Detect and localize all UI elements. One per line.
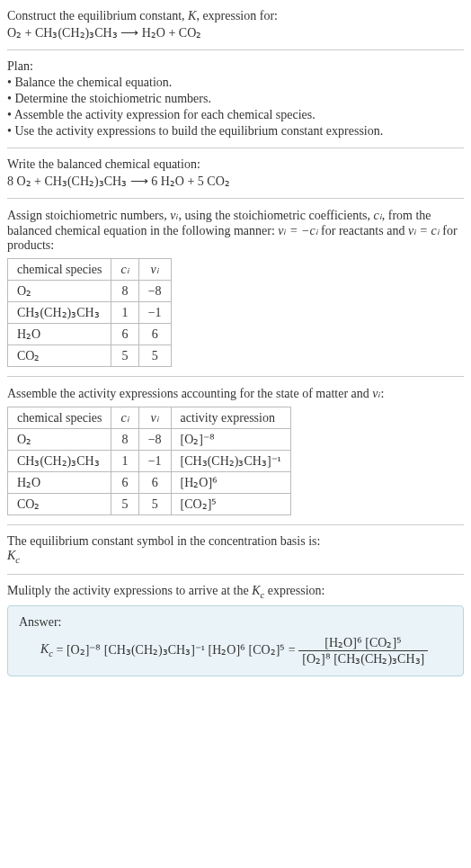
table-header: cᵢ	[111, 407, 138, 429]
table-cell: 8	[111, 429, 138, 451]
table-cell: CO₂	[8, 345, 111, 367]
answer-numerator: [H₂O]⁶ [CO₂]⁵	[298, 635, 428, 651]
answer-denominator: [O₂]⁸ [CH₃(CH₂)₃CH₃]	[298, 651, 428, 667]
answer-box: Answer: Kc = [O₂]⁻⁸ [CH₃(CH₂)₃CH₃]⁻¹ [H₂…	[7, 605, 464, 676]
stoich-text-part: for reactants and	[318, 224, 408, 237]
balanced-equation: 8 O₂ + CH₃(CH₂)₃CH₃ ⟶ 6 H₂O + 5 CO₂	[7, 174, 464, 189]
table-cell: −8	[138, 429, 171, 451]
table-cell: [H₂O]⁶	[171, 472, 290, 494]
stoich-table: chemical species cᵢ νᵢ O₂ 8 −8 CH₃(CH₂)₃…	[7, 258, 172, 367]
table-cell: CO₂	[8, 494, 111, 515]
table-header: chemical species	[8, 259, 111, 281]
activity-section: Assemble the activity expressions accoun…	[7, 386, 464, 515]
kc-text: Kc	[7, 549, 20, 562]
plan-item: • Use the activity expressions to build …	[7, 124, 464, 139]
divider	[7, 574, 464, 575]
plan-item: • Balance the chemical equation.	[7, 76, 464, 90]
plan-title: Plan:	[7, 59, 464, 74]
symbol-section: The equilibrium constant symbol in the c…	[7, 534, 464, 565]
table-cell: 6	[111, 324, 138, 345]
plan-section: Plan: • Balance the chemical equation. •…	[7, 59, 464, 139]
table-cell: CH₃(CH₂)₃CH₃	[8, 451, 111, 472]
activity-title-part: Assemble the activity expressions accoun…	[7, 387, 372, 400]
table-row: CO₂ 5 5	[8, 345, 172, 367]
table-header: νᵢ	[138, 259, 171, 281]
divider	[7, 49, 464, 50]
table-cell: 6	[138, 324, 171, 345]
table-cell: H₂O	[8, 324, 111, 345]
table-header: νᵢ	[138, 407, 171, 429]
table-cell: 8	[111, 281, 138, 302]
divider	[7, 376, 464, 377]
table-row: CH₃(CH₂)₃CH₃ 1 −1	[8, 302, 172, 324]
prompt-equation: O₂ + CH₃(CH₂)₃CH₃ ⟶ H₂O + CO₂	[7, 25, 464, 40]
multiply-text-part: expression:	[264, 584, 324, 597]
table-header-row: chemical species cᵢ νᵢ activity expressi…	[8, 407, 291, 429]
table-cell: H₂O	[8, 472, 111, 494]
table-cell: −1	[138, 302, 171, 324]
stoich-rel: νᵢ = cᵢ	[408, 224, 440, 237]
answer-lhs: Kc	[40, 642, 53, 656]
table-cell: [O₂]⁻⁸	[171, 429, 290, 451]
answer-eq: = [O₂]⁻⁸ [CH₃(CH₂)₃CH₃]⁻¹ [H₂O]⁶ [CO₂]⁵ …	[57, 642, 299, 656]
table-cell: 5	[111, 345, 138, 367]
table-cell: −8	[138, 281, 171, 302]
multiply-text: Mulitply the activity expressions to arr…	[7, 584, 464, 600]
table-cell: −1	[138, 451, 171, 472]
divider	[7, 148, 464, 148]
plan-item: • Determine the stoichiometric numbers.	[7, 92, 464, 106]
balanced-section: Write the balanced chemical equation: 8 …	[7, 157, 464, 189]
divider	[7, 198, 464, 199]
table-row: CO₂ 5 5 [CO₂]⁵	[8, 494, 291, 515]
kc-symbol: Kc	[7, 549, 464, 565]
table-cell: 5	[138, 494, 171, 515]
balanced-title: Write the balanced chemical equation:	[7, 157, 464, 172]
plan-item: • Assemble the activity expression for e…	[7, 108, 464, 122]
table-row: O₂ 8 −8 [O₂]⁻⁸	[8, 429, 291, 451]
table-header-row: chemical species cᵢ νᵢ	[8, 259, 172, 281]
table-row: H₂O 6 6	[8, 324, 172, 345]
table-cell: 1	[111, 451, 138, 472]
table-row: O₂ 8 −8	[8, 281, 172, 302]
stoich-ci: cᵢ	[374, 209, 382, 222]
table-cell: [CO₂]⁵	[171, 494, 290, 515]
prompt-pre: Construct the equilibrium constant,	[7, 9, 188, 22]
table-row: H₂O 6 6 [H₂O]⁶	[8, 472, 291, 494]
table-cell: [CH₃(CH₂)₃CH₃]⁻¹	[171, 451, 290, 472]
activity-table: chemical species cᵢ νᵢ activity expressi…	[7, 407, 291, 515]
prompt-post: , expression for:	[196, 9, 278, 22]
prompt-section: Construct the equilibrium constant, K, e…	[7, 9, 464, 40]
table-cell: 5	[138, 345, 171, 367]
prompt-K: K	[188, 9, 196, 22]
multiply-kc: Kc	[252, 584, 264, 597]
activity-title-part: :	[381, 387, 385, 400]
table-cell: 6	[138, 472, 171, 494]
stoich-section: Assign stoichiometric numbers, νᵢ, using…	[7, 208, 464, 367]
stoich-text-part: Assign stoichiometric numbers,	[7, 209, 170, 222]
table-cell: O₂	[8, 429, 111, 451]
stoich-text-part: , using the stoichiometric coefficients,	[178, 209, 373, 222]
table-cell: 5	[111, 494, 138, 515]
answer-expression: Kc = [O₂]⁻⁸ [CH₃(CH₂)₃CH₃]⁻¹ [H₂O]⁶ [CO₂…	[19, 635, 452, 667]
table-header: activity expression	[171, 407, 290, 429]
stoich-text: Assign stoichiometric numbers, νᵢ, using…	[7, 208, 464, 253]
activity-title: Assemble the activity expressions accoun…	[7, 386, 464, 401]
answer-fraction: [H₂O]⁶ [CO₂]⁵ [O₂]⁸ [CH₃(CH₂)₃CH₃]	[298, 635, 428, 667]
multiply-section: Mulitply the activity expressions to arr…	[7, 584, 464, 600]
table-cell: 1	[111, 302, 138, 324]
table-cell: O₂	[8, 281, 111, 302]
answer-label: Answer:	[19, 615, 452, 630]
activity-nu: νᵢ	[372, 387, 380, 400]
prompt-text: Construct the equilibrium constant, K, e…	[7, 9, 464, 23]
symbol-text: The equilibrium constant symbol in the c…	[7, 534, 464, 549]
table-row: CH₃(CH₂)₃CH₃ 1 −1 [CH₃(CH₂)₃CH₃]⁻¹	[8, 451, 291, 472]
table-cell: 6	[111, 472, 138, 494]
divider	[7, 524, 464, 525]
table-cell: CH₃(CH₂)₃CH₃	[8, 302, 111, 324]
table-header: chemical species	[8, 407, 111, 429]
stoich-rel: νᵢ = −cᵢ	[278, 224, 317, 237]
multiply-text-part: Mulitply the activity expressions to arr…	[7, 584, 252, 597]
table-header: cᵢ	[111, 259, 138, 281]
